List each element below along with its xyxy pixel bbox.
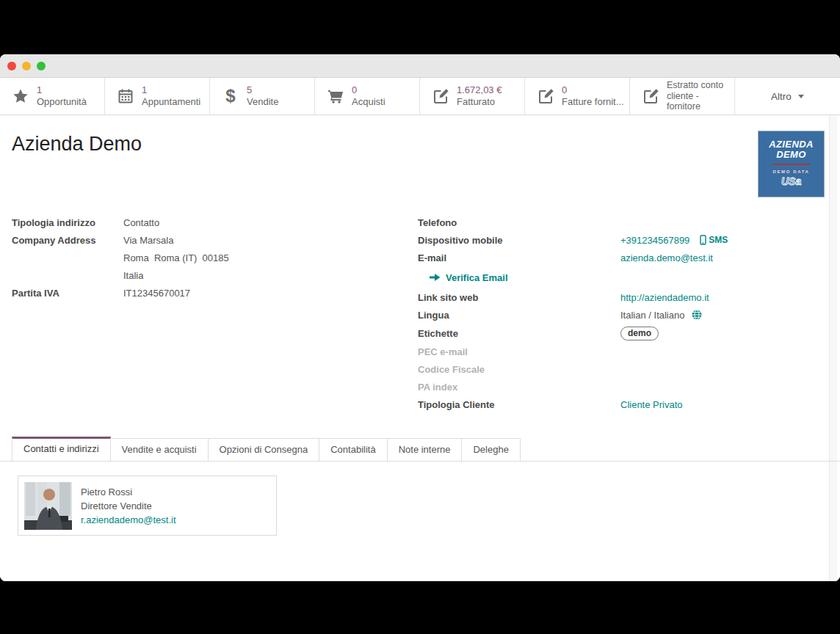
- star-icon: [11, 87, 30, 106]
- edit-icon: [431, 87, 450, 106]
- vendite-label: Vendite: [247, 96, 278, 108]
- contact-photo: [24, 482, 72, 530]
- verifica-email-label: Verifica Email: [446, 272, 508, 283]
- tab-note-interne[interactable]: Note interne: [387, 438, 463, 461]
- tab-opzioni-di-consegna[interactable]: Opzioni di Consegna: [208, 438, 320, 461]
- etichette-label: Etichette: [418, 328, 620, 339]
- partita-iva-label: Partita IVA: [12, 288, 123, 299]
- mobile-phone-icon: [700, 235, 706, 245]
- opportunita-button[interactable]: 1 Opportunità: [0, 78, 105, 114]
- telefono-label: Telefono: [418, 217, 620, 228]
- fatture-fornitore-button[interactable]: 0 Fatture fornit...: [525, 78, 630, 114]
- estratto-conto-button[interactable]: Estratto conto cliente - fornitore: [630, 78, 735, 114]
- maximize-window-icon[interactable]: [37, 62, 46, 70]
- email-label: E-mail: [418, 252, 620, 263]
- contact-role: Direttore Vendite: [81, 499, 176, 513]
- company-address-label: Company Address: [12, 235, 123, 246]
- field-grid: Tipologia indirizzo Contatto Company Add…: [12, 214, 818, 413]
- tag-demo[interactable]: demo: [620, 327, 659, 340]
- record-title[interactable]: Azienda Demo: [12, 133, 142, 156]
- contact-name: Pietro Rossi: [81, 485, 176, 499]
- sms-label: SMS: [709, 235, 728, 245]
- link-sito-web-label: Link sito web: [418, 292, 620, 303]
- fatturato-value: 1.672,03 €: [457, 84, 502, 96]
- appuntamenti-count: 1: [142, 84, 200, 96]
- verifica-email-button[interactable]: Verifica Email: [418, 266, 818, 288]
- address-country: Italia: [123, 270, 143, 281]
- tipologia-indirizzo-label: Tipologia indirizzo: [12, 217, 123, 228]
- close-window-icon[interactable]: [7, 62, 16, 70]
- altro-label: Altro: [771, 91, 792, 102]
- send-sms-button[interactable]: SMS: [700, 235, 728, 245]
- contact-email-link[interactable]: r.aziendademo@test.it: [81, 513, 176, 527]
- fatturato-button[interactable]: 1.672,03 € Fatturato: [420, 78, 525, 114]
- tipologia-cliente-label: Tipologia Cliente: [418, 399, 620, 410]
- company-logo-image[interactable]: AZIENDA DEMO DEMO DATA USa: [758, 131, 824, 197]
- edit-icon: [536, 87, 555, 106]
- logo-divider: [772, 164, 811, 165]
- fields-left-column: Tipologia indirizzo Contatto Company Add…: [12, 214, 418, 413]
- fields-right-column: Telefono Dispositivo mobile +39123456789…: [418, 214, 818, 413]
- fatture-fornitore-label: Fatture fornit...: [562, 96, 624, 108]
- partita-iva-value: IT12345670017: [123, 288, 190, 299]
- globe-icon[interactable]: [692, 310, 702, 320]
- appuntamenti-label: Appuntamenti: [142, 96, 200, 108]
- dollar-icon: $: [221, 87, 240, 106]
- lingua-label: Lingua: [418, 310, 620, 321]
- logo-brand-glyph: USa: [778, 174, 805, 189]
- app-window: 1 Opportunità 1 Appuntamenti $ 5 Vendite: [0, 54, 840, 581]
- tab-contabilita[interactable]: Contabilità: [319, 438, 387, 461]
- notebook-tabs: Contatti e indirizzi Vendite e acquisti …: [0, 436, 840, 462]
- lingua-value: Italian / Italiano: [620, 310, 684, 321]
- codice-fiscale-label: Codice Fiscale: [418, 364, 620, 375]
- vendite-button[interactable]: $ 5 Vendite: [210, 78, 315, 114]
- fatturato-label: Fatturato: [457, 96, 502, 108]
- vendite-count: 5: [247, 84, 278, 96]
- contact-card[interactable]: Pietro Rossi Direttore Vendite r.azienda…: [18, 476, 277, 536]
- tab-deleghe[interactable]: Deleghe: [461, 438, 520, 461]
- logo-line1: AZIENDA: [769, 139, 814, 150]
- acquisti-button[interactable]: 0 Acquisti: [315, 78, 420, 114]
- opportunita-count: 1: [37, 84, 87, 96]
- window-titlebar: [0, 54, 840, 78]
- address-street: Via Marsala: [123, 235, 173, 246]
- email-link[interactable]: azienda.demo@test.it: [620, 252, 713, 263]
- fatture-fornitore-count: 0: [562, 84, 624, 96]
- tipologia-cliente-value[interactable]: Cliente Privato: [620, 399, 683, 410]
- altro-dropdown-button[interactable]: Altro: [735, 78, 840, 114]
- tab-contatti-e-indirizzi[interactable]: Contatti e indirizzi: [12, 437, 111, 461]
- tipologia-indirizzo-value: Contatto: [123, 217, 159, 228]
- website-link[interactable]: http://aziendademo.it: [620, 292, 709, 303]
- tab-vendite-e-acquisti[interactable]: Vendite e acquisti: [110, 438, 209, 461]
- opportunita-label: Opportunità: [37, 96, 87, 108]
- minimize-window-icon[interactable]: [22, 62, 31, 70]
- arrow-right-icon: [430, 273, 441, 282]
- form-sheet: Azienda Demo AZIENDA DEMO DEMO DATA USa …: [0, 115, 840, 581]
- cart-icon: [326, 87, 345, 106]
- mobile-number-link[interactable]: +391234567899: [620, 235, 689, 246]
- scrollbar[interactable]: [829, 115, 837, 581]
- svg-text:USa: USa: [781, 175, 801, 187]
- pa-index-label: PA index: [418, 382, 620, 393]
- smart-button-bar: 1 Opportunità 1 Appuntamenti $ 5 Vendite: [0, 78, 840, 115]
- acquisti-count: 0: [352, 84, 385, 96]
- edit-icon: [641, 87, 660, 106]
- appuntamenti-button[interactable]: 1 Appuntamenti: [105, 78, 210, 114]
- acquisti-label: Acquisti: [352, 96, 385, 108]
- logo-line2: DEMO: [776, 150, 806, 160]
- estratto-conto-label: Estratto conto cliente - fornitore: [667, 80, 731, 112]
- dispositivo-mobile-label: Dispositivo mobile: [418, 235, 620, 246]
- calendar-icon: [116, 87, 135, 106]
- address-city-zip: Roma Roma (IT) 00185: [123, 252, 229, 263]
- chevron-down-icon: [798, 95, 804, 98]
- pec-email-label: PEC e-mail: [418, 346, 620, 357]
